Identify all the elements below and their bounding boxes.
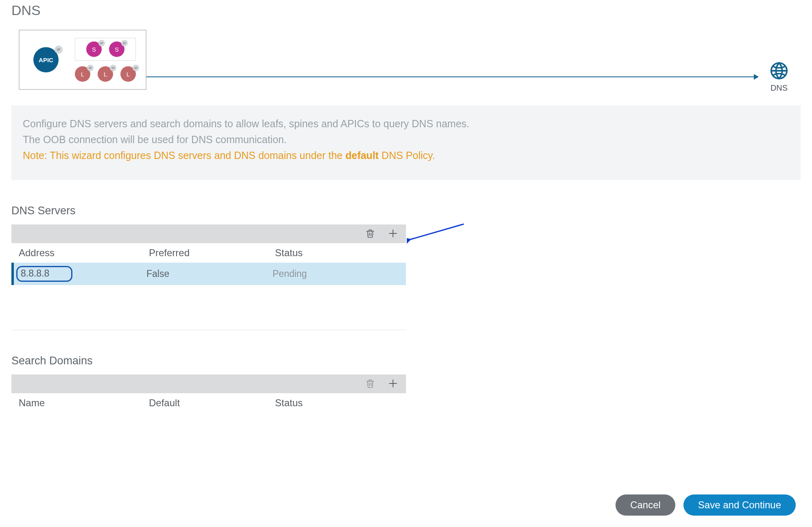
add-search-domain-button[interactable] [387, 378, 399, 390]
leaf-label: L [127, 71, 130, 78]
search-domains-panel: Name Default Status [11, 375, 406, 413]
search-domains-header: Name Default Status [11, 393, 406, 413]
dns-servers-toolbar [11, 224, 406, 243]
ip-badge-icon: IP [121, 40, 128, 46]
delete-search-domain-button[interactable] [365, 378, 376, 390]
leaf-label: L [104, 71, 107, 78]
ip-badge-icon: IP [55, 46, 63, 54]
save-and-continue-button[interactable]: Save and Continue [683, 494, 796, 516]
svg-line-1 [410, 224, 464, 240]
search-domains-section: Search Domains [11, 355, 801, 413]
globe-icon [770, 61, 788, 82]
search-domains-title: Search Domains [11, 355, 801, 367]
spine-node: S IP [109, 41, 124, 57]
info-line-2: The OOB connection will be used for DNS … [23, 132, 789, 148]
info-note-pre: Note: This wizard configures DNS servers… [23, 150, 345, 161]
leaf-node: L IP [120, 66, 136, 82]
cancel-button[interactable]: Cancel [616, 494, 675, 516]
info-note-bold: default [345, 150, 379, 161]
trash-icon [365, 378, 375, 390]
dns-servers-panel: Address Preferred Status 8.8.8.8 False P… [11, 224, 406, 330]
spine-label: S [92, 46, 96, 53]
page-title: DNS [11, 0, 801, 18]
leaf-row: L IP L IP L IP [75, 66, 136, 82]
dns-address-cell: 8.8.8.8 [16, 266, 146, 282]
leaf-node: L IP [75, 66, 90, 82]
dns-servers-divider [11, 330, 406, 330]
sd-col-default: Default [149, 397, 275, 409]
footer-buttons: Cancel Save and Continue [616, 494, 796, 516]
spine-row: S IP S IP [75, 38, 136, 61]
topology-row: APIC IP S IP S IP L IP [19, 30, 801, 90]
dns-col-address: Address [19, 247, 149, 259]
sd-col-name: Name [19, 397, 149, 409]
info-note-post: DNS Policy. [379, 150, 435, 161]
ip-badge-icon: IP [110, 65, 116, 71]
spine-node: S IP [86, 41, 102, 57]
dns-servers-section: DNS Servers [11, 205, 801, 330]
leaf-label: L [81, 71, 84, 78]
delete-dns-server-button[interactable] [365, 228, 376, 240]
annotation-arrow-icon [407, 222, 472, 246]
dns-col-status: Status [275, 247, 399, 259]
dns-servers-title: DNS Servers [11, 205, 801, 217]
dns-col-preferred: Preferred [149, 247, 275, 259]
spine-label: S [115, 46, 119, 53]
sd-col-status: Status [275, 397, 399, 409]
spine-leaf-group: S IP S IP L IP L IP [75, 38, 136, 82]
trash-icon [365, 228, 375, 240]
add-dns-server-button[interactable] [387, 228, 399, 240]
info-banner: Configure DNS servers and search domains… [11, 105, 801, 180]
ip-badge-icon: IP [87, 65, 94, 71]
dns-address-chip[interactable]: 8.8.8.8 [16, 266, 72, 282]
info-note: Note: This wizard configures DNS servers… [23, 148, 789, 163]
dns-target-label: DNS [771, 83, 788, 93]
plus-icon [388, 228, 398, 240]
arrow-line [146, 76, 758, 77]
dns-target: DNS [770, 61, 788, 93]
ip-badge-icon: IP [98, 40, 105, 46]
dns-status-cell: Pending [273, 268, 399, 279]
topology-box: APIC IP S IP S IP L IP [19, 30, 146, 90]
search-domains-toolbar [11, 375, 406, 393]
plus-icon [388, 378, 398, 390]
apic-node: APIC IP [33, 47, 59, 72]
apic-label: APIC [39, 57, 53, 63]
dns-preferred-cell: False [146, 268, 273, 279]
dns-servers-header: Address Preferred Status [11, 243, 406, 263]
leaf-node: L IP [98, 66, 113, 82]
info-line-1: Configure DNS servers and search domains… [23, 116, 789, 132]
ip-badge-icon: IP [133, 65, 139, 71]
dns-server-row[interactable]: 8.8.8.8 False Pending [11, 263, 406, 285]
